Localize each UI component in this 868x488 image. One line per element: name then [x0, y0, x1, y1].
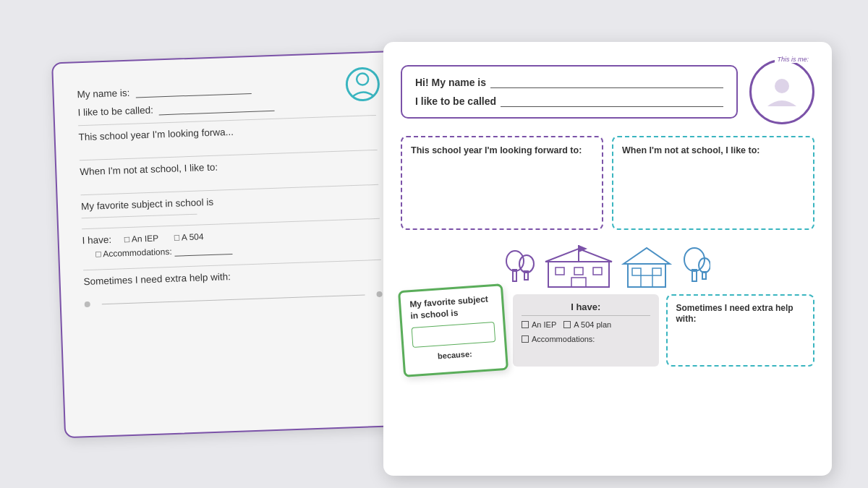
front-paper: Hi! My name is I like to be called This …	[383, 42, 832, 476]
svg-rect-14	[571, 278, 586, 287]
illustration-row	[401, 239, 814, 291]
svg-rect-13	[593, 267, 602, 275]
accommodations-checkbox: Accommodations:	[522, 335, 650, 343]
svg-rect-18	[632, 268, 641, 275]
svg-point-1	[357, 73, 369, 85]
svg-rect-19	[652, 268, 661, 275]
back-i-have-section: I have: □ An IEP □ A 504 □ Accommodation…	[82, 224, 380, 259]
hi-name-field: Hi! My name is	[415, 77, 723, 88]
504-checkbox: A 504 plan	[563, 320, 611, 329]
tree-right-icon	[678, 245, 710, 288]
called-field: I like to be called	[415, 95, 723, 107]
iep-checkbox: An IEP	[522, 320, 556, 329]
back-called-field: I like to be called:	[77, 96, 375, 117]
name-box: Hi! My name is I like to be called	[401, 65, 738, 119]
scene: My name is: I like to be called: This sc…	[36, 35, 832, 454]
header-section: Hi! My name is I like to be called This …	[401, 59, 814, 124]
green-subject-card: My favorite subject in school is because…	[398, 283, 509, 377]
svg-point-2	[775, 79, 789, 93]
back-dots-row	[85, 291, 383, 307]
back-paper: My name is: I like to be called: This sc…	[51, 50, 412, 437]
svg-rect-12	[574, 267, 583, 275]
svg-point-5	[519, 255, 534, 273]
profile-icon	[763, 73, 801, 111]
checkbox-row-1: An IEP A 504 plan	[522, 320, 650, 332]
svg-rect-17	[641, 275, 652, 287]
sometimes-box: Sometimes I need extra help with:	[666, 294, 815, 367]
subject-input-line	[412, 322, 496, 348]
bottom-row: My favorite subject in school is because…	[401, 294, 814, 381]
svg-point-3	[506, 251, 524, 271]
back-name-field: My name is:	[77, 78, 375, 99]
back-logo	[344, 65, 382, 103]
i-have-box: I have: An IEP A 504 plan Accommodations…	[513, 294, 659, 367]
svg-marker-15	[624, 248, 670, 264]
not-at-school-box: When I'm not at school, I like to:	[612, 136, 814, 230]
looking-forward-box: This school year I'm looking forward to:	[401, 136, 603, 230]
profile-circle: This is me:	[749, 59, 814, 124]
school-building-icon	[542, 241, 615, 288]
svg-rect-11	[556, 267, 564, 275]
top-dotted-row: This school year I'm looking forward to:…	[401, 136, 814, 230]
house-icon	[621, 245, 673, 288]
tree-left-icon	[505, 245, 537, 288]
